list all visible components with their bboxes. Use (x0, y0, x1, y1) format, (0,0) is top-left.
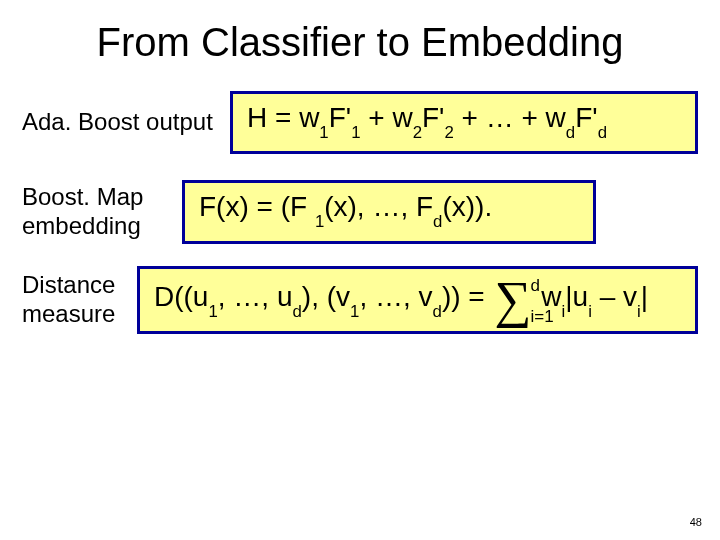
subscript: 1 (351, 123, 360, 142)
subscript: i (562, 302, 566, 321)
subscript: d (293, 302, 302, 321)
subscript: i (637, 302, 641, 321)
row-boostmap: Boost. Map embedding F(x) = (F 1(x), …, … (22, 180, 698, 243)
subscript: 1 (208, 302, 217, 321)
subscript: 1 (319, 123, 328, 142)
text: – v (592, 281, 637, 312)
label-line: Distance (22, 271, 115, 298)
label-line: measure (22, 300, 115, 327)
page-number: 48 (690, 516, 702, 528)
text: |u (565, 281, 588, 312)
text: | (641, 281, 648, 312)
text: F' (575, 102, 597, 133)
text: , …, u (218, 281, 293, 312)
sigma-symbol: ∑ (494, 273, 531, 327)
label-distance: Distance measure (22, 271, 137, 329)
text: (x), …, F (324, 191, 433, 222)
label-line: Boost. Map (22, 183, 143, 210)
subscript: 1 (315, 212, 324, 231)
label-line: embedding (22, 212, 141, 239)
formula-distance: D((u1, …, ud), (v1, …, vd)) = ∑ d i=1 wi… (137, 266, 698, 334)
subscript: d (433, 302, 442, 321)
text: ), (v (302, 281, 350, 312)
sigma-lower: i=1 (530, 308, 553, 325)
text: + w (361, 102, 413, 133)
text: (x)). (442, 191, 492, 222)
formula-adaboost: H = w1F'1 + w2F'2 + … + wdF'd (230, 91, 698, 154)
subscript: 2 (413, 123, 422, 142)
text: F(x) = (F (199, 191, 315, 222)
subscript: i (588, 302, 592, 321)
text: D((u (154, 281, 208, 312)
sigma-upper: d (530, 277, 539, 294)
subscript: 2 (444, 123, 453, 142)
text: F' (422, 102, 444, 133)
subscript: d (566, 123, 575, 142)
subscript: d (598, 123, 607, 142)
subscript: 1 (350, 302, 359, 321)
row-distance: Distance measure D((u1, …, ud), (v1, …, … (22, 266, 698, 334)
formula-boostmap: F(x) = (F 1(x), …, Fd(x)). (182, 180, 596, 243)
row-adaboost: Ada. Boost output H = w1F'1 + w2F'2 + … … (22, 91, 698, 154)
text: , …, v (359, 281, 432, 312)
sigma-icon: ∑ d i=1 (494, 273, 531, 327)
text: + … + w (454, 102, 566, 133)
subscript: d (433, 212, 442, 231)
text: F' (329, 102, 351, 133)
label-boostmap: Boost. Map embedding (22, 183, 182, 241)
text: H = w (247, 102, 319, 133)
slide-title: From Classifier to Embedding (22, 20, 698, 65)
label-adaboost: Ada. Boost output (22, 108, 230, 137)
slide: From Classifier to Embedding Ada. Boost … (0, 0, 720, 540)
text: )) = (442, 281, 493, 312)
